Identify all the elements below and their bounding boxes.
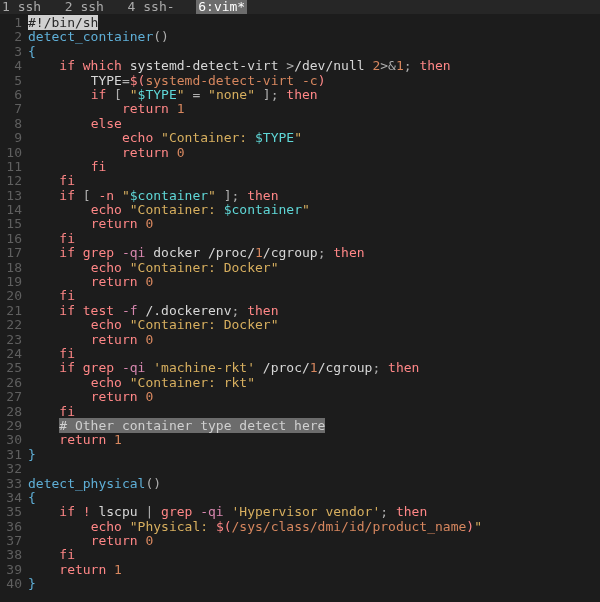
code-line: fi — [28, 347, 600, 361]
line-number: 7 — [0, 102, 28, 116]
line-number: 37 — [0, 534, 28, 548]
tmux-tab-2[interactable]: 2 ssh — [63, 0, 106, 14]
code-line: detect_physical() — [28, 477, 600, 491]
line-number: 11 — [0, 160, 28, 174]
line-number: 24 — [0, 347, 28, 361]
code-line: return 1 — [28, 563, 600, 577]
line-number: 33 — [0, 477, 28, 491]
code-line — [28, 462, 600, 476]
line-number: 19 — [0, 275, 28, 289]
line-number: 40 — [0, 577, 28, 591]
line-number: 23 — [0, 333, 28, 347]
code-line: fi — [28, 160, 600, 174]
line-number: 20 — [0, 289, 28, 303]
line-number: 8 — [0, 117, 28, 131]
line-number: 31 — [0, 448, 28, 462]
code-line: #!/bin/sh — [28, 16, 600, 30]
line-number: 22 — [0, 318, 28, 332]
code-line: if which systemd-detect-virt >/dev/null … — [28, 59, 600, 73]
tmux-tab-1[interactable]: 1 ssh — [0, 0, 43, 14]
comment-highlight: # Other container type detect here — [59, 418, 325, 433]
tmux-tabline: 1 ssh 2 ssh 4 ssh- 6:vim* — [0, 0, 600, 14]
code-line: echo "Container: $TYPE" — [28, 131, 600, 145]
line-number: 30 — [0, 433, 28, 447]
vim-editor[interactable]: 1#!/bin/sh 2detect_container() 3{ 4 if w… — [0, 14, 600, 592]
shebang-highlight: #!/bin/sh — [28, 15, 98, 30]
code-line: return 1 — [28, 433, 600, 447]
line-number: 15 — [0, 217, 28, 231]
line-number: 14 — [0, 203, 28, 217]
code-line: fi — [28, 548, 600, 562]
vim-cursor: ! — [36, 15, 44, 30]
line-number: 4 — [0, 59, 28, 73]
line-number: 32 — [0, 462, 28, 476]
code-line: { — [28, 45, 600, 59]
line-number: 26 — [0, 376, 28, 390]
code-line: TYPE=$(systemd-detect-virt -c) — [28, 74, 600, 88]
code-line: if [ -n "$container" ]; then — [28, 189, 600, 203]
code-line: if [ "$TYPE" = "none" ]; then — [28, 88, 600, 102]
line-number: 29 — [0, 419, 28, 433]
code-line: echo "Container: $container" — [28, 203, 600, 217]
code-line: return 0 — [28, 390, 600, 404]
code-line: # Other container type detect here — [28, 419, 600, 433]
code-line: detect_container() — [28, 30, 600, 44]
line-number: 28 — [0, 405, 28, 419]
line-number: 38 — [0, 548, 28, 562]
line-number: 5 — [0, 74, 28, 88]
code-line: if grep -qi 'machine-rkt' /proc/1/cgroup… — [28, 361, 600, 375]
code-line: return 0 — [28, 146, 600, 160]
line-number: 2 — [0, 30, 28, 44]
line-number: 35 — [0, 505, 28, 519]
code-line: } — [28, 448, 600, 462]
line-number: 3 — [0, 45, 28, 59]
code-line: return 1 — [28, 102, 600, 116]
line-number: 36 — [0, 520, 28, 534]
line-number: 17 — [0, 246, 28, 260]
tmux-tab-6-active[interactable]: 6:vim* — [196, 0, 247, 14]
code-line: else — [28, 117, 600, 131]
tmux-tab-sep — [106, 0, 126, 14]
line-number: 18 — [0, 261, 28, 275]
line-number: 6 — [0, 88, 28, 102]
line-number: 21 — [0, 304, 28, 318]
code-line: if ! lscpu | grep -qi 'Hypervisor vendor… — [28, 505, 600, 519]
code-line: fi — [28, 289, 600, 303]
line-number: 34 — [0, 491, 28, 505]
line-number: 13 — [0, 189, 28, 203]
code-line: echo "Container: Docker" — [28, 318, 600, 332]
tmux-tab-sep — [177, 0, 197, 14]
code-line: echo "Container: rkt" — [28, 376, 600, 390]
line-number: 1 — [0, 16, 28, 30]
code-line: return 0 — [28, 217, 600, 231]
code-line: fi — [28, 405, 600, 419]
line-number: 9 — [0, 131, 28, 145]
tmux-tab-4[interactable]: 4 ssh- — [126, 0, 177, 14]
line-number: 27 — [0, 390, 28, 404]
code-line: if test -f /.dockerenv; then — [28, 304, 600, 318]
line-number: 12 — [0, 174, 28, 188]
tmux-tab-sep — [43, 0, 63, 14]
code-line: fi — [28, 174, 600, 188]
line-number: 10 — [0, 146, 28, 160]
line-number: 25 — [0, 361, 28, 375]
code-line: return 0 — [28, 534, 600, 548]
code-line: } — [28, 577, 600, 591]
code-line: echo "Container: Docker" — [28, 261, 600, 275]
line-number: 39 — [0, 563, 28, 577]
code-line: return 0 — [28, 333, 600, 347]
code-line: echo "Physical: $(/sys/class/dmi/id/prod… — [28, 520, 600, 534]
code-line: { — [28, 491, 600, 505]
code-line: return 0 — [28, 275, 600, 289]
code-line: if grep -qi docker /proc/1/cgroup; then — [28, 246, 600, 260]
line-number: 16 — [0, 232, 28, 246]
code-line: fi — [28, 232, 600, 246]
